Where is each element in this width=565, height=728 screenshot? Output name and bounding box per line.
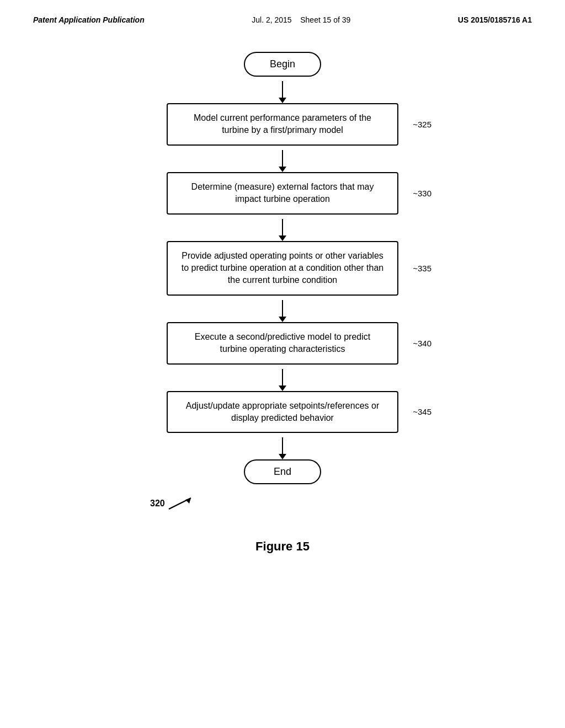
node-345: Adjust/update appropriate setpoints/refe…	[167, 391, 398, 433]
arrow-6	[282, 437, 284, 455]
arrow-5	[282, 369, 284, 387]
node-335-container: Provide adjusted operating points or oth…	[117, 241, 448, 296]
num-335: 335	[418, 264, 431, 273]
tilde-345: ~	[413, 407, 418, 416]
begin-oval: Begin	[244, 52, 321, 77]
begin-node-container: Begin	[117, 52, 448, 77]
node-325-container: Model current performance parameters of …	[117, 103, 448, 146]
end-node-container: End	[117, 459, 448, 484]
num-325: 325	[418, 120, 431, 129]
publication-type: Patent Application Publication	[33, 15, 145, 24]
node-340-text: Execute a second/predictive model to pre…	[195, 332, 370, 354]
node-330: Determine (measure) external factors tha…	[167, 172, 398, 215]
end-label: End	[274, 466, 291, 477]
figure-caption-area: Figure 15	[255, 534, 310, 554]
arrow-1	[282, 81, 284, 99]
num-345: 345	[418, 407, 431, 416]
sheet-info: Sheet 15 of 39	[300, 15, 350, 24]
node-335-text: Provide adjusted operating points or oth…	[182, 251, 383, 285]
publication-date-sheet: Jul. 2, 2015 Sheet 15 of 39	[252, 15, 350, 24]
figure-number-text: 320	[150, 499, 165, 508]
node-330-text: Determine (measure) external factors tha…	[191, 182, 374, 204]
label-330: ~ 330	[413, 189, 431, 198]
node-335: Provide adjusted operating points or oth…	[167, 241, 398, 296]
num-340: 340	[418, 339, 431, 348]
node-340: Execute a second/predictive model to pre…	[167, 322, 398, 365]
node-345-text: Adjust/update appropriate setpoints/refe…	[186, 401, 379, 422]
arrow-3	[282, 219, 284, 237]
tilde-325: ~	[413, 120, 418, 129]
end-oval: End	[244, 459, 321, 484]
node-325: Model current performance parameters of …	[167, 103, 398, 146]
arrow-2	[282, 150, 284, 168]
figure-number: 320	[150, 495, 194, 512]
tilde-330: ~	[413, 189, 418, 198]
diagonal-arrow-icon	[166, 495, 194, 512]
figure-caption: Figure 15	[255, 539, 310, 554]
patent-page: Patent Application Publication Jul. 2, 2…	[0, 0, 565, 728]
begin-label: Begin	[270, 58, 295, 69]
page-header: Patent Application Publication Jul. 2, 2…	[0, 0, 565, 30]
flowchart: Begin Model current performance paramete…	[117, 52, 448, 484]
node-340-container: Execute a second/predictive model to pre…	[117, 322, 448, 365]
node-325-text: Model current performance parameters of …	[194, 113, 371, 135]
arrow-4	[282, 300, 284, 318]
label-335: ~ 335	[413, 264, 431, 273]
figure-number-area: 320	[117, 484, 448, 517]
diagram-area: Begin Model current performance paramete…	[0, 30, 565, 565]
tilde-335: ~	[413, 264, 418, 273]
num-330: 330	[418, 189, 431, 198]
patent-number: US 2015/0185716 A1	[458, 15, 532, 24]
tilde-340: ~	[413, 339, 418, 348]
label-325: ~ 325	[413, 120, 431, 129]
label-345: ~ 345	[413, 407, 431, 416]
label-340: ~ 340	[413, 339, 431, 348]
node-330-container: Determine (measure) external factors tha…	[117, 172, 448, 215]
publication-date: Jul. 2, 2015	[252, 15, 291, 24]
node-345-container: Adjust/update appropriate setpoints/refe…	[117, 391, 448, 433]
